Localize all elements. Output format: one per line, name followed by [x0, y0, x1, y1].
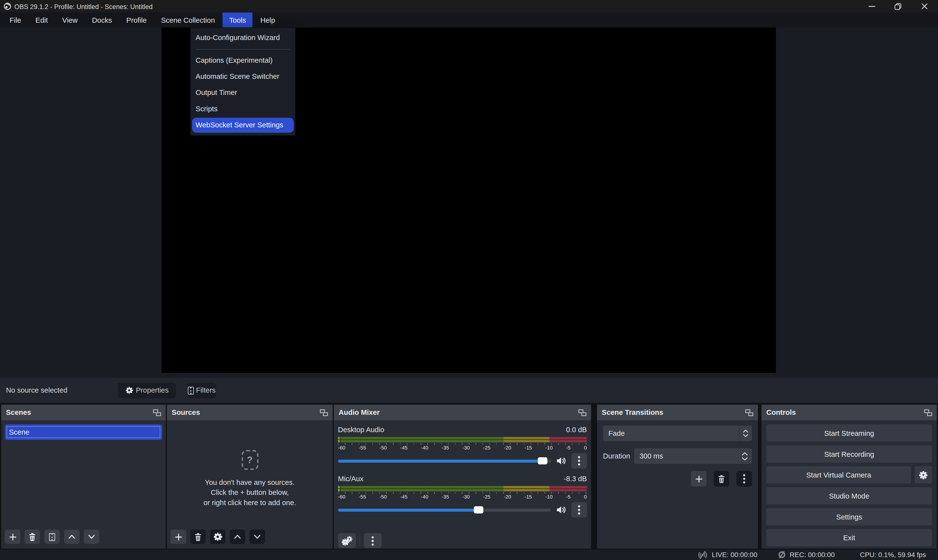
remove-transition-button[interactable] [714, 471, 729, 486]
studio-mode-button[interactable]: Studio Mode [766, 487, 932, 505]
tools-dropdown-menu: Auto-Configuration Wizard Captions (Expe… [190, 28, 296, 136]
exit-button[interactable]: Exit [766, 529, 932, 546]
duration-spinner[interactable] [739, 452, 752, 461]
volume-slider-handle[interactable] [474, 506, 483, 513]
meter-bar-right [338, 440, 587, 442]
add-source-button[interactable] [170, 529, 186, 544]
meter-scale-labels: -60-55-50-45-40-35-30-25-20-15-10-50 [338, 494, 587, 500]
menu-tools[interactable]: Tools [223, 12, 253, 27]
controls-dock-header[interactable]: Controls [761, 405, 937, 420]
meter-tick-strip [338, 443, 587, 445]
status-bar: LIVE: 00:00:00 REC: 00:00:00 CPU: 0.1%, … [0, 549, 938, 560]
popout-icon[interactable] [579, 409, 586, 416]
menu-docks[interactable]: Docks [85, 12, 119, 27]
popout-icon[interactable] [924, 409, 932, 416]
menu-item-auto-configuration-wizard[interactable]: Auto-Configuration Wizard [191, 30, 295, 46]
sources-dock-header[interactable]: Sources [167, 405, 333, 420]
menu-file[interactable]: File [3, 12, 28, 27]
audio-mixer-title: Audio Mixer [338, 408, 380, 417]
gear-icon [214, 533, 222, 541]
start-recording-button[interactable]: Start Recording [766, 445, 932, 463]
transition-select-spinner[interactable] [739, 426, 752, 441]
volume-slider[interactable] [338, 457, 551, 465]
scene-transitions-dock: Scene Transitions Fade Duration 300 ms [597, 405, 758, 549]
transition-value: Fade [603, 429, 625, 437]
start-virtual-camera-button[interactable]: Start Virtual Camera [766, 466, 911, 484]
gear-icon [919, 471, 927, 479]
source-context-bar: No source selected Properties Filters [0, 378, 938, 403]
start-streaming-button[interactable]: Start Streaming [766, 424, 932, 442]
popout-icon[interactable] [320, 409, 328, 416]
duration-spinbox[interactable]: 300 ms [634, 448, 752, 464]
close-button[interactable] [920, 2, 929, 11]
empty-sources-hint: ? You don't have any sources. Click the … [167, 450, 333, 508]
scenes-dock-title: Scenes [6, 408, 31, 417]
transition-options-button[interactable] [736, 471, 752, 486]
chevron-down-icon [743, 434, 748, 437]
move-scene-down-button[interactable] [84, 529, 99, 544]
scene-transitions-dock-header[interactable]: Scene Transitions [597, 405, 758, 420]
meter-tick-strip [338, 492, 587, 494]
source-properties-button[interactable] [210, 529, 226, 544]
kebab-menu-icon [578, 456, 580, 466]
plus-icon [174, 533, 182, 541]
window-title: OBS 29.1.2 - Profile: Untitled - Scenes:… [14, 3, 153, 10]
speaker-icon [556, 457, 566, 465]
live-timer: LIVE: 00:00:00 [712, 551, 757, 558]
restore-icon [894, 3, 901, 10]
menu-item-output-timer[interactable]: Output Timer [191, 85, 295, 101]
properties-button[interactable]: Properties [118, 383, 176, 398]
scene-filters-button[interactable] [44, 529, 60, 544]
channel-options-button[interactable] [571, 453, 587, 469]
menu-edit[interactable]: Edit [29, 12, 54, 27]
restore-button[interactable] [894, 2, 902, 11]
trash-icon [28, 532, 36, 541]
move-scene-up-button[interactable] [64, 529, 80, 544]
cpu-fps-stats: CPU: 0.1%, 59.94 fps [860, 551, 926, 558]
menu-view[interactable]: View [56, 12, 84, 27]
filter-icon [188, 386, 193, 394]
add-scene-button[interactable] [5, 529, 20, 544]
chevron-up-icon [742, 452, 748, 455]
question-mark-icon: ? [241, 450, 258, 470]
menu-profile[interactable]: Profile [120, 12, 153, 27]
menu-help[interactable]: Help [254, 12, 282, 27]
remove-source-button[interactable] [190, 529, 206, 544]
sources-dock-title: Sources [172, 408, 200, 417]
menu-item-automatic-scene-switcher[interactable]: Automatic Scene Switcher [191, 69, 295, 85]
remove-scene-button[interactable] [25, 529, 40, 544]
mute-toggle[interactable] [556, 506, 566, 514]
virtual-camera-settings-button[interactable] [915, 466, 932, 484]
volume-slider[interactable] [338, 506, 551, 513]
popout-icon[interactable] [153, 409, 161, 416]
transition-select[interactable]: Fade [603, 426, 752, 441]
mute-toggle[interactable] [556, 457, 566, 465]
advanced-audio-properties-button[interactable] [338, 533, 356, 548]
menu-item-scripts[interactable]: Scripts [191, 101, 295, 117]
popout-icon[interactable] [745, 409, 753, 416]
audio-mixer-dock: Audio Mixer Desktop Audio 0.0 dB -60-55-… [334, 405, 591, 549]
add-transition-button[interactable] [691, 471, 707, 486]
scene-list-item[interactable]: Scene [5, 424, 162, 440]
mixer-options-button[interactable] [364, 533, 381, 548]
minimize-button[interactable] [867, 2, 876, 11]
filters-button[interactable]: Filters [187, 383, 216, 398]
kebab-menu-icon [743, 474, 745, 484]
scenes-dock-header[interactable]: Scenes [1, 405, 166, 420]
volume-slider-handle[interactable] [538, 457, 547, 465]
sources-dock: Sources ? You don't have any sources. Cl… [167, 405, 333, 549]
menu-item-websocket-server-settings[interactable]: WebSocket Server Settings [192, 118, 293, 133]
kebab-menu-icon [578, 505, 580, 515]
broadcast-off-icon [697, 550, 708, 559]
menu-bar: File Edit View Docks Profile Scene Colle… [0, 12, 938, 27]
controls-dock-title: Controls [766, 408, 796, 417]
menu-scene-collection[interactable]: Scene Collection [154, 12, 222, 27]
meter-bar-right [338, 489, 587, 491]
move-source-down-button[interactable] [249, 529, 265, 544]
audio-mixer-dock-header[interactable]: Audio Mixer [334, 405, 591, 420]
filter-icon [49, 533, 55, 541]
channel-options-button[interactable] [571, 502, 587, 518]
move-source-up-button[interactable] [230, 529, 245, 544]
settings-button[interactable]: Settings [766, 508, 932, 525]
menu-item-captions[interactable]: Captions (Experimental) [191, 53, 295, 69]
